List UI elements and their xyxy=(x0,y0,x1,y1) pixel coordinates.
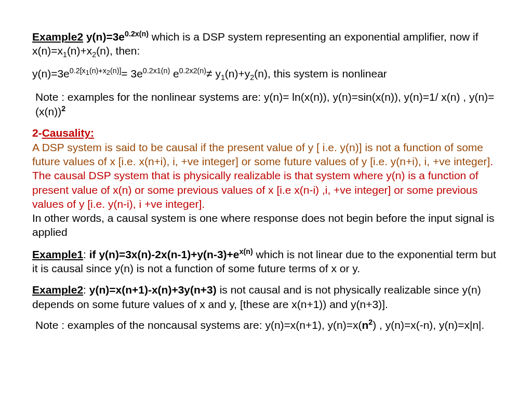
example2-label: Example2 xyxy=(32,31,83,43)
tail1: (n), then: xyxy=(96,45,140,57)
d-mid: (n)+y xyxy=(225,68,250,79)
slide-content: Example2 y(n)=3e0.2x(n) which is a DSP s… xyxy=(0,0,532,359)
note2-n: n xyxy=(362,319,369,331)
eq-prefix: y(n)=3e xyxy=(83,31,125,43)
d-eq: = 3e xyxy=(121,68,142,79)
d-neq: ≠ y xyxy=(206,68,221,79)
note2-sup: 2 xyxy=(368,318,373,326)
causality-num: 2- xyxy=(32,127,42,139)
ex2-label: Example2 xyxy=(32,284,83,296)
ex1-exp: x(n) xyxy=(240,247,253,256)
causality-section: 2-Causality: A DSP system is said to be … xyxy=(32,126,500,239)
causality-title: Causality: xyxy=(42,127,94,139)
ex2-colon: : xyxy=(83,284,89,296)
note1-text: Note : examples for the nonlinear system… xyxy=(35,91,494,117)
note2-a: Note : examples of the noncausal systems… xyxy=(35,319,362,331)
ex1-bold: if y(n)=3x(n)-2x(n-1)+y(n-3)+e xyxy=(89,248,240,260)
example2-block: Example2: y(n)=x(n+1)-x(n)+3y(n+3) is no… xyxy=(32,283,500,311)
sub2: 2 xyxy=(92,50,96,59)
example2-header: Example2 y(n)=3e0.2x(n) which is a DSP s… xyxy=(32,29,500,60)
example1-block: Example1: if y(n)=3x(n)-2x(n-1)+y(n-3)+e… xyxy=(32,247,500,276)
causality-black: In other words, a causal system is one w… xyxy=(32,212,495,238)
derivation-line: y(n)=3e0.2[x1(n)+x2(n)]= 3e0.2x1(n) e0.2… xyxy=(32,66,500,83)
d-exp1: 0.2[x1(n)+x2(n)] xyxy=(70,66,122,75)
sub1: 1 xyxy=(63,50,67,59)
note2-b: ) , y(n)=x(-n), y(n)=x|n|. xyxy=(373,319,484,331)
note-noncausal: Note : examples of the noncausal systems… xyxy=(32,317,500,332)
d-exp2: 0.2x1(n) xyxy=(143,66,170,75)
d-p1: y(n)=3e xyxy=(32,68,70,79)
d-sp: e xyxy=(170,68,179,79)
note-nonlinear: Note : examples for the nonlinear system… xyxy=(32,90,500,119)
d-sub2: 2 xyxy=(250,73,254,82)
d-tail: (n), this system is nonlinear xyxy=(254,68,387,79)
d-sub1: 1 xyxy=(221,73,225,82)
d-exp3: 0.2x2(n) xyxy=(179,66,206,75)
mid1: (n)+x xyxy=(67,45,92,57)
eq-exp: 0.2x(n) xyxy=(125,30,149,38)
note1-sup: 2 xyxy=(61,104,65,113)
causality-brown: A DSP system is said to be causal if the… xyxy=(32,141,487,167)
ex1-label: Example1 xyxy=(32,248,83,260)
ex2-bold: y(n)=x(n+1)-x(n)+3y(n+3) xyxy=(89,284,217,296)
ex1-colon: : xyxy=(83,248,89,260)
